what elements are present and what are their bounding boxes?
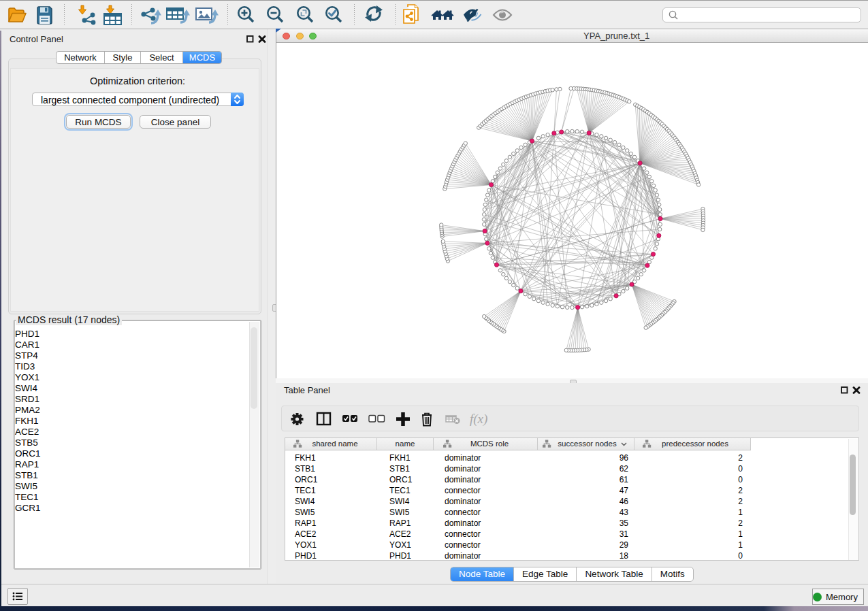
svg-text:f(x): f(x) xyxy=(470,412,487,427)
